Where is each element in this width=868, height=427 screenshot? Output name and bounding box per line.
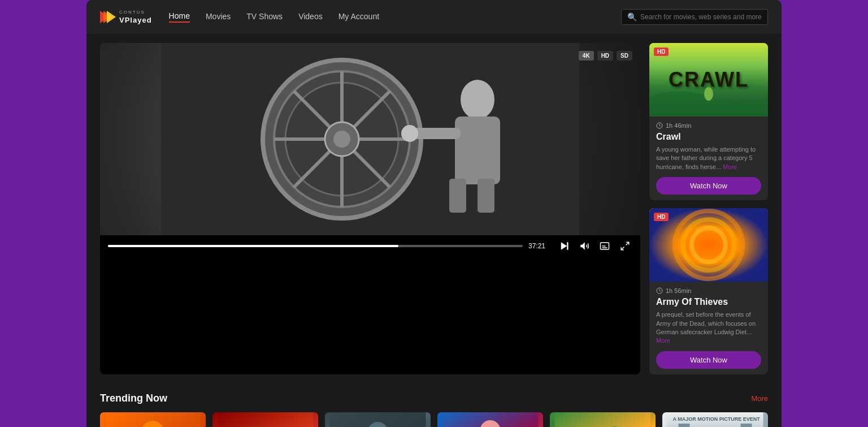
volume-button[interactable] [577, 240, 592, 252]
play-pause-button[interactable] [557, 240, 571, 252]
svg-rect-20 [567, 242, 568, 250]
main-nav: Home Movies TV Shows Videos My Account [169, 11, 604, 23]
svg-point-18 [401, 125, 418, 142]
thieves-meta: 1h 56min [656, 287, 761, 294]
logo-name-text: VPlayed [119, 16, 152, 24]
time-display: 37:21 [528, 242, 551, 250]
thumb-spartans: 300 [212, 412, 318, 427]
thumb-jungle [550, 412, 656, 427]
trending-item-sherlock[interactable]: Sherlock Holmes [325, 412, 431, 427]
badge-sd[interactable]: SD [617, 51, 632, 61]
thieves-duration: 1h 56min [666, 287, 691, 294]
svg-rect-38 [218, 412, 314, 427]
nav-movies[interactable]: Movies [206, 12, 231, 22]
trending-header: Trending Now More [100, 393, 768, 404]
terminal-art [437, 412, 543, 427]
svg-text:A MAJOR MOTION PICTURE EVENT: A MAJOR MOTION PICTURE EVENT [673, 416, 761, 422]
svg-line-25 [626, 242, 629, 245]
crawl-watch-button[interactable]: Watch Now [656, 177, 761, 195]
badge-hd[interactable]: HD [597, 51, 613, 61]
fullscreen-button[interactable] [618, 240, 632, 252]
nav-tvshows[interactable]: TV Shows [246, 12, 283, 22]
logo-icon [100, 11, 116, 23]
trending-item-underground[interactable]: 6 Undergrounds [100, 412, 206, 427]
svg-point-13 [461, 80, 494, 119]
thumb-walk: A MAJOR MOTION PICTURE EVENT [662, 412, 768, 427]
card-army-of-thieves: ARMY OFTHIEVES HD 1h 56min Army Of Thiev… [649, 208, 768, 374]
crawl-meta: 1h 46min [656, 122, 761, 129]
clock-icon-thieves [656, 287, 663, 294]
video-thumbnail: 4K HD SD [100, 43, 640, 235]
svg-marker-2 [107, 11, 116, 23]
crawl-desc: A young woman, while attempting to save … [656, 145, 761, 171]
trending-grid: 6 Undergrounds 300 300 Spartans [100, 412, 768, 427]
nav-home[interactable]: Home [169, 11, 190, 23]
badge-4k[interactable]: 4K [579, 51, 594, 61]
logo-contus-text: CONTUS [119, 10, 152, 15]
video-player: 4K HD SD 37:21 [100, 43, 640, 374]
play-icon [559, 241, 569, 251]
walk-art: A MAJOR MOTION PICTURE EVENT [662, 412, 768, 427]
trending-item-spartans[interactable]: 300 300 Spartans [212, 412, 318, 427]
vault-scene-svg [100, 43, 640, 235]
trending-more-button[interactable]: More [751, 394, 768, 403]
app-container: CONTUS VPlayed Home Movies TV Shows Vide… [86, 0, 782, 427]
svg-rect-16 [478, 179, 494, 213]
crawl-wave-svg [649, 80, 768, 117]
crawl-card-body: 1h 46min Crawl A young woman, while atte… [649, 117, 768, 200]
spartans-art: 300 [212, 412, 318, 427]
jungle-art [550, 412, 656, 427]
progress-bar[interactable] [108, 245, 523, 247]
svg-rect-46 [555, 412, 651, 427]
logo[interactable]: CONTUS VPlayed [100, 10, 152, 25]
thieves-card-body: 1h 56min Army Of Thieves A prequel, set … [649, 282, 768, 374]
crawl-thumbnail: CRAWL HD [649, 43, 768, 117]
search-input[interactable] [640, 13, 762, 21]
svg-rect-15 [449, 179, 466, 213]
nav-myaccount[interactable]: My Account [338, 12, 379, 22]
svg-marker-19 [561, 242, 567, 250]
thieves-desc: A prequel, set before the events of Army… [656, 310, 761, 346]
trending-title: Trending Now [100, 393, 167, 404]
svg-point-12 [333, 131, 350, 148]
subtitles-icon [600, 241, 610, 251]
crawl-hd-badge: HD [654, 48, 669, 56]
svg-rect-14 [455, 117, 500, 184]
thieves-title: Army Of Thieves [656, 297, 761, 307]
crawl-more-link[interactable]: More [723, 163, 737, 170]
main-content: 4K HD SD 37:21 [86, 34, 782, 383]
underground-art [100, 412, 206, 427]
crawl-title: Crawl [656, 132, 761, 142]
svg-point-27 [704, 87, 713, 101]
thumb-sherlock [325, 412, 431, 427]
sherlock-art [325, 412, 431, 427]
video-controls: 37:21 [100, 235, 640, 257]
header: CONTUS VPlayed Home Movies TV Shows Vide… [86, 0, 782, 34]
clock-icon-crawl [656, 122, 663, 129]
trending-item-walk[interactable]: A MAJOR MOTION PICTURE EVENT The Walk [662, 412, 768, 427]
thieves-watch-button[interactable]: Watch Now [656, 351, 761, 369]
svg-line-26 [621, 247, 624, 250]
thumb-terminal [437, 412, 543, 427]
thieves-more-link[interactable]: More [656, 337, 670, 344]
search-box[interactable]: 🔍 [621, 9, 768, 25]
quality-badges: 4K HD SD [579, 51, 632, 61]
trending-section: Trending Now More 6 Undergrounds [86, 383, 782, 427]
progress-fill [108, 245, 398, 247]
sidebar-cards: CRAWL HD 1h 46min Crawl [649, 43, 768, 374]
search-icon: 🔍 [627, 12, 637, 21]
volume-icon [579, 241, 589, 251]
crawl-duration: 1h 46min [666, 122, 691, 129]
thumb-underground [100, 412, 206, 427]
card-crawl: CRAWL HD 1h 46min Crawl [649, 43, 768, 200]
svg-rect-51 [679, 424, 690, 427]
nav-videos[interactable]: Videos [298, 12, 323, 22]
svg-marker-21 [580, 242, 585, 250]
thieves-hd-badge: HD [654, 213, 669, 221]
thieves-thumbnail: ARMY OFTHIEVES HD [649, 208, 768, 282]
trending-item-terminal[interactable]: Terminal [437, 412, 543, 427]
fullscreen-icon [620, 241, 630, 251]
subtitles-button[interactable] [597, 240, 612, 252]
svg-rect-52 [741, 424, 752, 427]
trending-item-jungle[interactable]: Jungle Cruise [550, 412, 656, 427]
